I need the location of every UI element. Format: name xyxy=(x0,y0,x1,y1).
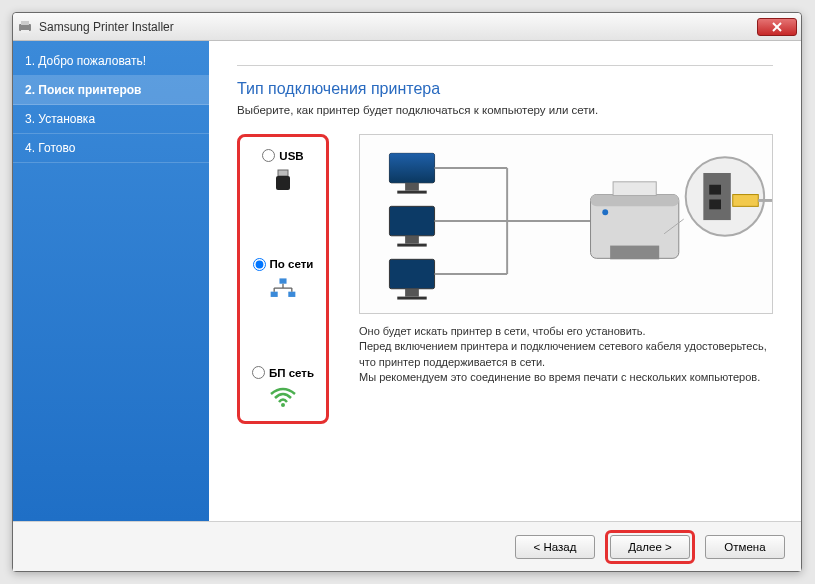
radio-network[interactable] xyxy=(253,258,266,271)
option-network-label: По сети xyxy=(270,258,314,270)
main-panel: Тип подключения принтера Выберите, как п… xyxy=(209,41,801,521)
back-button[interactable]: < Назад xyxy=(515,535,595,559)
usb-icon xyxy=(268,168,298,192)
body: 1. Добро пожаловать! 2. Поиск принтеров … xyxy=(13,41,801,521)
svg-rect-5 xyxy=(278,170,288,176)
sidebar-step-welcome[interactable]: 1. Добро пожаловать! xyxy=(13,47,209,76)
cancel-button[interactable]: Отмена xyxy=(705,535,785,559)
sidebar-step-done[interactable]: 4. Готово xyxy=(13,134,209,163)
svg-rect-38 xyxy=(709,199,721,209)
content-row: USB По сети xyxy=(237,134,773,424)
info-line-2: Перед включением принтера и подключением… xyxy=(359,339,773,370)
svg-rect-6 xyxy=(276,176,290,190)
svg-rect-20 xyxy=(405,236,419,244)
svg-rect-7 xyxy=(279,278,286,283)
svg-point-14 xyxy=(281,403,285,407)
next-button-highlight: Далее > xyxy=(605,530,695,564)
installer-window: Samsung Printer Installer 1. Добро пожал… xyxy=(12,12,802,572)
svg-rect-17 xyxy=(405,183,419,191)
svg-rect-24 xyxy=(397,297,426,300)
svg-point-33 xyxy=(602,209,608,215)
footer: < Назад Далее > Отмена xyxy=(13,521,801,571)
radio-wireless[interactable] xyxy=(252,366,265,379)
svg-rect-9 xyxy=(288,291,295,296)
connection-options-highlight: USB По сети xyxy=(237,134,329,424)
radio-usb[interactable] xyxy=(262,149,275,162)
page-title: Тип подключения принтера xyxy=(237,80,773,98)
svg-rect-18 xyxy=(397,191,426,194)
sidebar: 1. Добро пожаловать! 2. Поиск принтеров … xyxy=(13,41,209,521)
svg-rect-2 xyxy=(21,30,29,33)
close-icon xyxy=(772,22,782,32)
svg-rect-22 xyxy=(389,259,434,288)
svg-rect-0 xyxy=(19,24,31,31)
svg-rect-8 xyxy=(271,291,278,296)
sidebar-step-search[interactable]: 2. Поиск принтеров xyxy=(13,76,209,105)
info-text: Оно будет искать принтер в сети, чтобы е… xyxy=(359,324,773,386)
option-wireless[interactable]: БП сеть xyxy=(244,362,322,413)
svg-rect-39 xyxy=(733,195,759,207)
option-usb-label: USB xyxy=(279,150,303,162)
sidebar-step-install[interactable]: 3. Установка xyxy=(13,105,209,134)
option-wireless-label: БП сеть xyxy=(269,367,314,379)
network-icon xyxy=(268,277,298,301)
svg-rect-23 xyxy=(405,289,419,297)
svg-rect-34 xyxy=(610,246,659,260)
svg-rect-32 xyxy=(613,182,656,196)
app-icon xyxy=(17,19,33,35)
option-usb[interactable]: USB xyxy=(244,145,322,196)
page-description: Выберите, как принтер будет подключаться… xyxy=(237,104,773,116)
svg-rect-21 xyxy=(397,244,426,247)
window-title: Samsung Printer Installer xyxy=(39,20,757,34)
info-line-3: Мы рекомендуем это соединение во время п… xyxy=(359,370,773,385)
close-button[interactable] xyxy=(757,18,797,36)
svg-rect-31 xyxy=(591,195,679,207)
svg-rect-37 xyxy=(709,185,721,195)
next-button[interactable]: Далее > xyxy=(610,535,690,559)
svg-rect-16 xyxy=(389,153,434,182)
illustration-area: Оно будет искать принтер в сети, чтобы е… xyxy=(359,134,773,424)
option-network[interactable]: По сети xyxy=(244,254,322,305)
titlebar: Samsung Printer Installer xyxy=(13,13,801,41)
divider xyxy=(237,65,773,66)
wifi-icon xyxy=(268,385,298,409)
svg-rect-1 xyxy=(21,21,29,25)
network-illustration xyxy=(359,134,773,314)
svg-rect-19 xyxy=(389,206,434,235)
svg-rect-36 xyxy=(703,173,730,220)
info-line-1: Оно будет искать принтер в сети, чтобы е… xyxy=(359,324,773,339)
